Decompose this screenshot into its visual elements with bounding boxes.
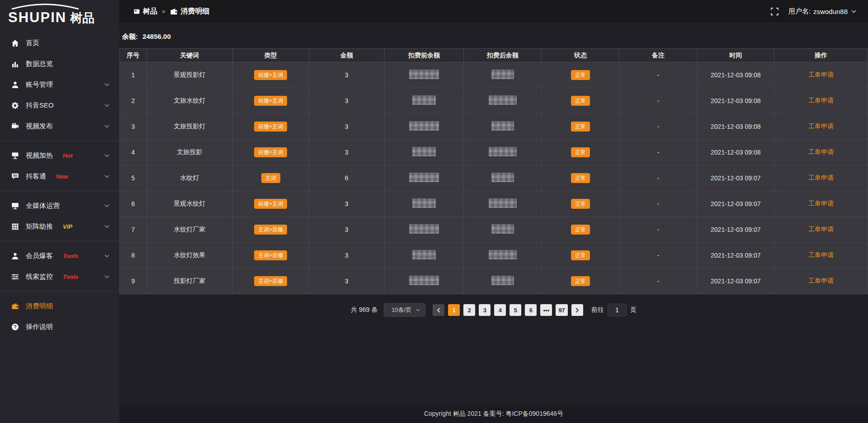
cell-keyword: 文旅水纹灯: [146, 88, 232, 114]
cell-type: 主词: [232, 165, 309, 191]
sidebar-item-label: 抖客通: [26, 172, 46, 181]
sidebar-item-抖音SEO[interactable]: 抖音SEO: [0, 95, 119, 116]
cell-keyword: 景观投影灯: [146, 62, 232, 88]
page-ellipsis-button[interactable]: •••: [540, 304, 552, 316]
prev-page-button[interactable]: [433, 304, 444, 316]
main-column: 树品>消费明细 用户名: zswodun88: [119, 0, 868, 423]
sidebar-item-数据总览[interactable]: 数据总览: [0, 53, 119, 74]
cell-action: 工单申请: [774, 217, 868, 243]
content-area: 余额: 24856.00 序号关键词类型金额扣费前余额扣费后余额状态备注时间操作…: [119, 23, 868, 405]
cell-type: 前缀+主词: [232, 62, 309, 88]
goto-page-input[interactable]: [608, 304, 627, 316]
work-order-link[interactable]: 工单申请: [808, 251, 834, 258]
page-size-select[interactable]: 10条/页: [384, 303, 425, 317]
page-button-6[interactable]: 6: [525, 304, 537, 316]
balance-label: 余额:: [122, 33, 138, 40]
blurred-value: [489, 147, 517, 156]
breadcrumb-item-树品[interactable]: 树品: [134, 7, 157, 16]
page-button-3[interactable]: 3: [479, 304, 491, 316]
sidebar-item-抖客通[interactable]: 抖客通 New: [0, 166, 119, 187]
sidebar-item-badge: Tools: [63, 253, 78, 259]
sidebar-item-消费明细[interactable]: 消费明细: [0, 296, 119, 316]
bar-chart-icon: [11, 60, 19, 68]
sidebar-item-label: 视频发布: [26, 122, 53, 131]
work-order-link[interactable]: 工单申请: [808, 122, 834, 130]
sidebar-item-label: 操作说明: [26, 323, 53, 331]
table-row: 8 水纹灯效果 主词+后缀 3 正常 - 2021-12-03 09:07 工单…: [120, 243, 868, 268]
cell-action: 工单申请: [774, 243, 868, 268]
cell-remark: -: [619, 243, 697, 268]
type-badge: 主词: [261, 173, 280, 183]
cell-amount: 3: [309, 243, 384, 268]
video-icon: [11, 122, 19, 130]
cell-balance-before: [384, 165, 463, 191]
cell-keyword: 投影灯厂家: [146, 268, 232, 294]
work-order-link[interactable]: 工单申请: [808, 148, 834, 155]
page-button-1[interactable]: 1: [448, 304, 460, 316]
fullscreen-icon[interactable]: [771, 8, 778, 15]
pagination: 共 969 条 10条/页 123456•••97 前往 页: [119, 303, 868, 317]
blurred-value: [409, 276, 439, 285]
breadcrumb-item-消费明细[interactable]: 消费明细: [170, 7, 210, 16]
chevron-down-icon: [104, 154, 109, 157]
sidebar-item-视频加热[interactable]: 视频加热 Hot: [0, 145, 119, 166]
table-row: 4 文旅投影 前缀+主词 3 正常 - 2021-12-03 09:08 工单申…: [120, 140, 868, 165]
sidebar-item-账号管理[interactable]: 账号管理: [0, 74, 119, 95]
type-badge: 主词+后缀: [254, 250, 287, 260]
blurred-value: [491, 121, 514, 131]
status-badge: 正常: [571, 250, 590, 260]
cell-balance-after: [464, 114, 542, 140]
cell-type: 主词+后缀: [232, 243, 309, 268]
cell-time: 2021-12-03 09:08: [697, 88, 774, 114]
type-badge: 前缀+主词: [254, 147, 287, 157]
cell-type: 前缀+主词: [232, 140, 309, 165]
blurred-value: [412, 95, 436, 105]
sidebar-item-首页[interactable]: 首页: [0, 33, 119, 53]
breadcrumb-label: 树品: [143, 7, 157, 16]
cell-remark: -: [619, 268, 697, 294]
sidebar-item-label: 消费明细: [26, 302, 53, 310]
blurred-value: [409, 173, 439, 182]
chevron-down-icon: [104, 125, 109, 128]
cell-balance-after: [464, 217, 542, 243]
page-button-4[interactable]: 4: [494, 304, 506, 316]
page-button-2[interactable]: 2: [463, 304, 475, 316]
work-order-link[interactable]: 工单申请: [808, 200, 834, 207]
cell-status: 正常: [542, 114, 619, 140]
sidebar-item-label: 首页: [26, 39, 39, 47]
cell-status: 正常: [542, 191, 619, 217]
sidebar-item-矩阵助推[interactable]: 矩阵助推 VIP: [0, 216, 119, 237]
column-header: 金额: [309, 49, 384, 62]
next-page-button[interactable]: [571, 304, 583, 316]
work-order-link[interactable]: 工单申请: [808, 174, 834, 181]
topbar: 树品>消费明细 用户名: zswodun88: [119, 0, 868, 23]
sidebar-item-视频发布[interactable]: 视频发布: [0, 116, 119, 136]
column-header: 扣费前余额: [384, 49, 463, 62]
cell-status: 正常: [542, 140, 619, 165]
work-order-link[interactable]: 工单申请: [808, 71, 834, 78]
cell-type: 前缀+主词: [232, 191, 309, 217]
sidebar-divider: [0, 241, 119, 241]
cell-amount: 3: [309, 191, 384, 217]
sidebar-item-label: 矩阵助推: [26, 222, 53, 231]
sidebar-divider: [0, 291, 119, 291]
chevron-down-icon: [104, 225, 109, 228]
user-menu[interactable]: 用户名: zswodun88: [788, 7, 856, 16]
chevron-down-icon: [416, 309, 420, 311]
work-order-link[interactable]: 工单申请: [808, 277, 834, 284]
page-button-5[interactable]: 5: [509, 304, 521, 316]
cell-amount: 6: [309, 165, 384, 191]
cell-no: 2: [120, 88, 147, 114]
column-header: 时间: [697, 49, 774, 62]
sidebar-item-会员爆客[interactable]: 会员爆客 Tools: [0, 245, 119, 266]
work-order-link[interactable]: 工单申请: [808, 226, 834, 233]
sidebar-item-全媒体运营[interactable]: 全媒体运营: [0, 195, 119, 216]
sidebar-item-操作说明[interactable]: ? 操作说明: [0, 316, 119, 337]
wallet-icon: [170, 8, 178, 15]
page-button-97[interactable]: 97: [556, 304, 567, 316]
cell-remark: -: [619, 191, 697, 217]
sidebar-item-线索监控[interactable]: 线索监控 Tools: [0, 266, 119, 287]
cell-no: 6: [120, 191, 147, 217]
monitor-icon: [11, 202, 19, 210]
work-order-link[interactable]: 工单申请: [808, 97, 834, 104]
